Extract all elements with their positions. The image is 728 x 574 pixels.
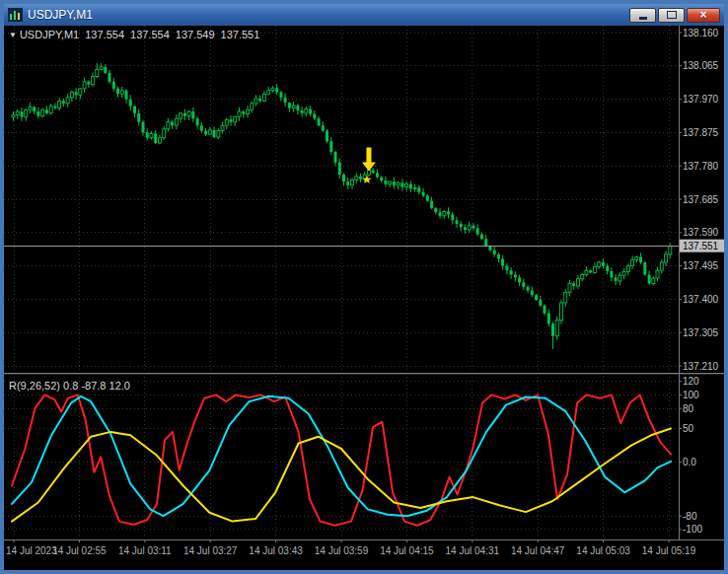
- price-axis-label: 137.495: [683, 260, 719, 271]
- indicator-axis-label: -100: [683, 524, 702, 535]
- time-axis-label: 14 Jul 03:59: [315, 545, 369, 556]
- time-axis-label: 14 Jul 03:43: [249, 545, 303, 556]
- chart-area[interactable]: ★138.160138.065137.970137.875137.780137.…: [4, 26, 724, 570]
- price-axis-label: 137.305: [683, 327, 719, 338]
- window-titlebar[interactable]: USDJPY,M1 ×: [4, 4, 724, 26]
- indicator-axis-label: 0.0: [683, 457, 696, 467]
- indicator-axis-label: 50: [683, 423, 694, 434]
- price-axis-label: 137.970: [683, 94, 719, 105]
- time-axis-label: 14 Jul 05:03: [576, 545, 630, 556]
- minimize-icon: [639, 17, 647, 20]
- star-annotation[interactable]: ★: [361, 173, 372, 186]
- time-axis-label: 14 Jul 02:55: [52, 545, 107, 556]
- time-axis-label: 14 Jul 05:19: [642, 545, 696, 556]
- chart-icon: [8, 8, 23, 22]
- current-price-tag: 137.551: [680, 240, 724, 252]
- time-axis-label: 14 Jul 2023: [6, 545, 57, 556]
- indicator-axis-label: 80: [683, 403, 694, 414]
- price-axis-label: 137.875: [683, 127, 719, 138]
- window-title: USDJPY,M1: [28, 8, 629, 22]
- maximize-icon: [667, 11, 677, 19]
- svg-text:137.551: 137.551: [683, 241, 719, 251]
- time-axis-label: 14 Jul 04:31: [446, 545, 500, 556]
- indicator-axis-label: 120: [683, 376, 699, 387]
- minimize-button[interactable]: [629, 8, 656, 23]
- price-axis-label: 137.590: [683, 227, 719, 238]
- symbol-dropdown-icon[interactable]: ▼: [9, 31, 17, 39]
- chart-background: [4, 26, 724, 570]
- indicator-axis-label: -80: [683, 511, 697, 522]
- price-axis-label: 137.210: [683, 361, 719, 372]
- time-axis-label: 14 Jul 03:11: [118, 545, 172, 556]
- time-axis-label: 14 Jul 04:15: [380, 545, 434, 556]
- time-axis-label: 14 Jul 04:47: [511, 545, 565, 556]
- chart-canvas[interactable]: ★138.160138.065137.970137.875137.780137.…: [4, 26, 724, 570]
- chart-window: USDJPY,M1 × ★138.160138.065137.970137.87…: [0, 0, 728, 574]
- price-axis-label: 137.685: [683, 194, 719, 205]
- window-controls: ×: [629, 8, 720, 23]
- maximize-button[interactable]: [658, 8, 685, 23]
- time-axis-label: 14 Jul 03:27: [183, 545, 238, 556]
- price-axis-label: 138.065: [683, 60, 719, 71]
- price-axis-label: 138.160: [683, 28, 719, 38]
- price-axis-label: 137.400: [683, 294, 719, 305]
- price-axis-label: 137.780: [683, 161, 719, 172]
- close-button[interactable]: ×: [687, 8, 720, 23]
- indicator-axis-label: 100: [683, 390, 699, 400]
